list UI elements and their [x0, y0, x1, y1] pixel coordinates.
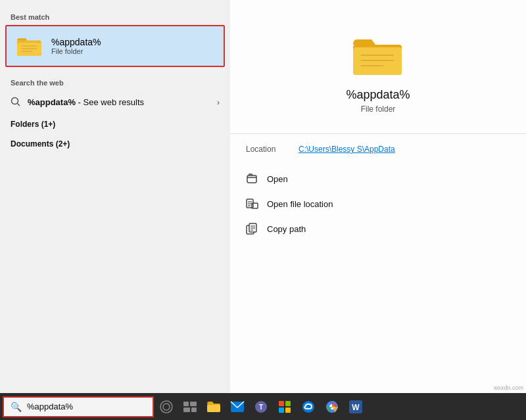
- svg-rect-13: [247, 175, 256, 183]
- svg-point-6: [12, 98, 18, 105]
- chevron-right-icon: ›: [217, 97, 220, 107]
- divider: [230, 133, 526, 134]
- svg-point-24: [160, 401, 172, 413]
- file-explorer-icon: [206, 400, 221, 413]
- edge-icon: [301, 400, 316, 414]
- cortana-button[interactable]: [155, 393, 178, 420]
- svg-rect-29: [191, 408, 197, 412]
- mail-button[interactable]: [226, 393, 249, 420]
- web-search-text: %appdata% - See web results: [28, 97, 144, 107]
- svg-line-7: [18, 104, 20, 106]
- folder-icon-small: [17, 33, 43, 59]
- svg-text:W: W: [352, 403, 360, 412]
- web-search-item[interactable]: %appdata% - See web results ›: [0, 91, 230, 113]
- search-web-label: Search the web: [0, 74, 230, 91]
- mail-icon: [230, 401, 245, 413]
- chrome-icon: [325, 400, 339, 414]
- right-content-area: %appdata% File folder Location C:\Users\…: [230, 33, 526, 241]
- right-panel: %appdata% File folder Location C:\Users\…: [230, 0, 526, 393]
- location-row: Location C:\Users\Blessy S\AppData: [230, 145, 526, 154]
- svg-rect-26: [183, 402, 189, 406]
- svg-rect-38: [285, 408, 291, 413]
- copy-path-icon: [246, 222, 259, 235]
- right-subtitle: File folder: [361, 105, 396, 114]
- teams-button[interactable]: T: [250, 393, 272, 420]
- best-match-info: %appdata% File folder: [51, 37, 101, 55]
- web-search-query: %appdata%: [28, 97, 76, 107]
- svg-text:T: T: [259, 404, 263, 411]
- file-explorer-button[interactable]: [203, 393, 225, 420]
- teams-icon: T: [254, 400, 268, 414]
- task-view-button[interactable]: [179, 393, 201, 420]
- taskbar-search-icon: 🔍: [11, 402, 22, 412]
- best-match-label: Best match: [0, 8, 230, 25]
- web-search-left: %appdata% - See web results: [11, 97, 144, 107]
- open-label: Open: [267, 174, 288, 184]
- cortana-icon: [159, 400, 174, 414]
- open-file-location-label: Open file location: [267, 199, 333, 209]
- folder-big-icon: [352, 33, 404, 79]
- folders-label[interactable]: Folders (1+): [0, 113, 230, 133]
- action-copy-path[interactable]: Copy path: [241, 217, 515, 241]
- watermark: wsxdn.com: [494, 385, 523, 391]
- right-title: %appdata%: [346, 88, 410, 102]
- documents-label[interactable]: Documents (2+): [0, 133, 230, 152]
- task-view-icon: [183, 402, 197, 412]
- svg-rect-35: [279, 401, 284, 406]
- best-match-subtitle: File folder: [51, 47, 101, 55]
- copy-path-label: Copy path: [267, 224, 306, 234]
- search-icon: [11, 97, 21, 107]
- svg-rect-28: [183, 408, 190, 412]
- best-match-title: %appdata%: [51, 37, 101, 47]
- svg-rect-27: [190, 402, 197, 406]
- open-file-location-icon: [246, 197, 259, 210]
- taskbar: 🔍 %appdata% T: [0, 393, 526, 420]
- best-match-item[interactable]: %appdata% File folder: [5, 25, 225, 67]
- taskbar-search-box[interactable]: 🔍 %appdata%: [3, 396, 154, 417]
- left-panel: Best match %appdata% File folder Search …: [0, 0, 230, 393]
- svg-rect-2: [17, 43, 41, 56]
- taskbar-search-text: %appdata%: [27, 402, 146, 411]
- svg-rect-31: [207, 405, 220, 412]
- location-label: Location: [246, 145, 299, 154]
- word-button[interactable]: W: [345, 393, 367, 420]
- location-path[interactable]: C:\Users\Blessy S\AppData: [299, 145, 395, 154]
- edge-button[interactable]: [297, 393, 320, 420]
- action-open[interactable]: Open: [241, 167, 515, 191]
- svg-rect-36: [285, 401, 291, 406]
- word-icon: W: [348, 400, 363, 414]
- chrome-button[interactable]: [321, 393, 343, 420]
- store-icon: [278, 400, 291, 413]
- svg-point-25: [163, 404, 170, 410]
- action-open-file-location[interactable]: Open file location: [241, 192, 515, 216]
- action-list: Open Open file location: [230, 167, 526, 241]
- web-search-suffix: - See web results: [76, 97, 144, 107]
- svg-rect-37: [279, 408, 284, 413]
- store-button[interactable]: [274, 393, 296, 420]
- start-menu: Best match %appdata% File folder Search …: [0, 0, 526, 393]
- open-icon: [246, 172, 259, 185]
